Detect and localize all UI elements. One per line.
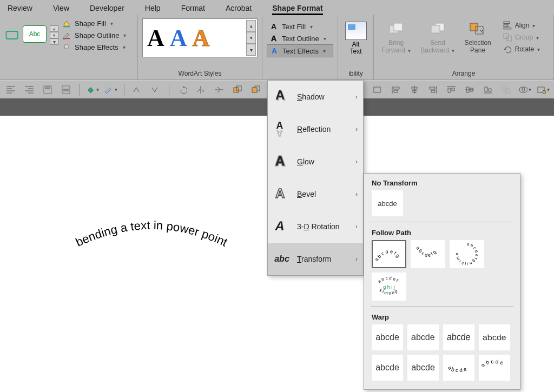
menu-shape-format[interactable]: Shape Format [272,4,322,15]
warp-chevron-up[interactable]: abcde [372,355,403,381]
text-fill-label: Text Fill [282,23,306,31]
align-bottom-icon[interactable] [482,83,494,96]
menu-acrobat[interactable]: Acrobat [226,4,252,15]
menu-item-transform[interactable]: abc Transform › [268,243,363,275]
bring-forward-button[interactable]: Bring Forward ▾ [381,21,411,54]
svg-rect-2 [63,38,70,39]
menu-item-reflection[interactable]: AA Reflection › [268,113,363,145]
flip-v-icon[interactable] [213,83,226,96]
alt-text-button[interactable]: Alt Text [345,18,367,55]
wordart-group-label: WordArt Styles [142,69,258,77]
svg-text:bending a text in power point: bending a text in power point [74,218,229,249]
flip-h-icon[interactable] [194,83,207,96]
group-label [4,69,133,77]
menu-item-glow[interactable]: A Glow › [268,145,363,178]
rotation-3d-icon: A [274,217,289,236]
chevron-right-icon: › [355,93,358,101]
arrange-back-icon[interactable] [249,83,262,96]
menu-item-shadow[interactable]: AA Shadow › [268,81,363,113]
svg-rect-24 [374,87,380,92]
menu-developer[interactable]: Developer [90,4,124,15]
send-backward-button[interactable]: Send Backward ▾ [420,21,454,54]
arrange-front-icon[interactable] [231,83,244,96]
chevron-right-icon: › [355,223,358,230]
text-outline-button[interactable]: A Text Outline▾ [267,32,333,44]
edit-points-icon[interactable] [131,83,144,96]
shape-outline-button[interactable]: Shape Outline▾ [62,30,126,40]
selection-pane-button[interactable]: Selection Pane [464,21,491,54]
wordart-gallery[interactable]: A A A ▴▾▾ [142,18,258,57]
shape-thumb[interactable] [4,25,19,45]
text-effects-button[interactable]: A Text Effects▾ [267,44,333,57]
warp-triangle-up[interactable]: abcde [443,324,474,350]
menu-review[interactable]: Review [8,4,32,15]
send-backward-icon [427,21,449,38]
shape-effects-button[interactable]: Shape Effects▾ [62,42,126,52]
wordart-thumb-blue[interactable]: A [170,24,187,52]
shape-abc-thumb[interactable]: Abc [23,25,47,43]
warp-ring-outside[interactable]: a b c d e [479,355,510,381]
transform-arch-up[interactable]: a b c d e f g [372,240,406,268]
warp-plain[interactable]: abcde [372,324,403,350]
group-icon [503,32,513,42]
menu-item-3d-rotation[interactable]: A 3-D Rotation › [268,210,363,243]
group-mini-icon[interactable] [500,83,513,96]
svg-text:a b c d e f: a b c d e f [377,276,399,284]
warp-chevron-down[interactable]: abcde [407,355,439,381]
change-shape-icon[interactable]: ▾ [537,83,550,96]
indent-right-icon[interactable] [23,83,36,96]
warp-stop[interactable]: abcde [407,324,439,350]
menu-help[interactable]: Help [145,4,161,15]
warp-triangle-down[interactable]: abcde [479,324,510,350]
vert-top-icon[interactable] [41,83,54,96]
align-left-icon[interactable] [390,83,403,96]
align-middle-icon[interactable] [463,83,476,96]
text-fill-button[interactable]: A Text Fill▾ [267,21,333,32]
chevron-down-icon: ▾ [324,36,326,42]
flyout-section-warp: Warp [364,308,520,324]
vert-mid-icon[interactable] [60,83,72,96]
flyout-section-no-transform: No Transform [364,174,520,190]
svg-rect-11 [504,22,510,23]
text-outline-icon: A [269,34,279,43]
transform-flyout: No Transform abcde Follow Path a b c d e… [364,173,520,390]
shape-fill-button[interactable]: Shape Fill▾ [62,18,126,28]
transform-button[interactable]: a b c d e f g h i j k l m n o p [372,273,406,301]
indent-left-icon[interactable] [4,83,17,96]
rotate-button[interactable]: Rotate▾ [503,44,540,54]
curved-text-object[interactable]: bending a text in power point [38,202,265,291]
svg-point-4 [64,49,69,51]
wordart-gallery-spin[interactable]: ▴▾▾ [246,20,256,56]
transform-none[interactable]: abcde [372,190,403,216]
shape-gallery-spin[interactable]: ▴▾▾ [50,25,58,45]
group-arrange: Bring Forward ▾ Send Backward ▾ Selectio… [374,15,554,79]
edit-points2-icon[interactable] [149,83,162,96]
svg-text:A: A [276,128,283,137]
combine-icon[interactable]: ▾ [518,83,531,96]
transform-circle[interactable]: a b c d e f g h i j k l m n [450,240,484,268]
wordart-thumb-black[interactable]: A [147,24,164,52]
svg-rect-17 [62,86,70,94]
aspect-icon[interactable] [371,83,384,96]
menu-view[interactable]: View [53,4,69,15]
align-button[interactable]: Align▾ [503,21,540,30]
svg-rect-6 [394,23,403,31]
chevron-right-icon: › [355,158,358,165]
wordart-thumb-orange[interactable]: A [193,24,210,52]
chevron-down-icon: ▾ [123,44,126,50]
bevel-icon: A [274,185,289,203]
shape-gallery[interactable]: Abc ▴▾▾ [4,25,58,45]
group-wordart-styles: A A A ▴▾▾ WordArt Styles [138,15,262,79]
shape-outline-mini-icon[interactable]: ▾ [104,83,117,96]
align-right-icon[interactable] [426,83,439,96]
align-center-icon[interactable] [408,83,421,96]
shadow-icon: AA [274,88,289,106]
rotate-left-icon[interactable] [176,83,189,96]
transform-arch-down[interactable]: a b c d e f g [411,240,445,268]
warp-ring-inside[interactable]: a b c d e [443,355,474,381]
align-top-icon[interactable] [445,83,458,96]
menu-format[interactable]: Format [181,4,205,15]
group-button[interactable]: Group▾ [503,32,540,42]
shape-fill-mini-icon[interactable]: ▾ [86,83,99,96]
menu-item-bevel[interactable]: A Bevel › [268,178,363,210]
